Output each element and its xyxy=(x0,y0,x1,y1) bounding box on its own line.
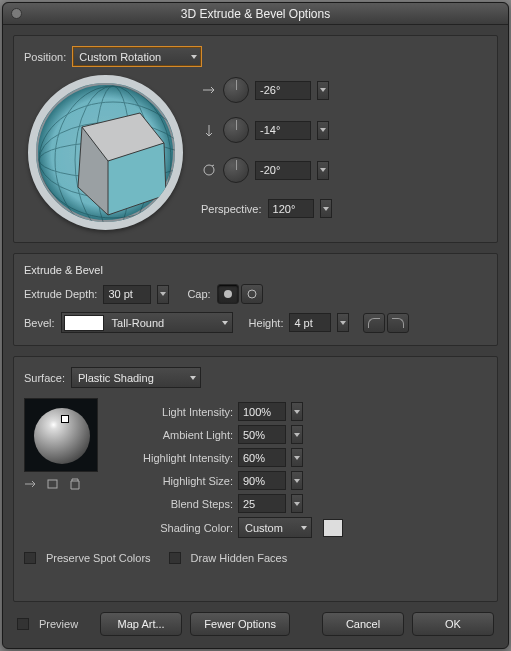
x-rotation-stepper[interactable] xyxy=(317,81,329,100)
position-label: Position: xyxy=(24,51,66,63)
blend-steps-input[interactable]: 25 xyxy=(238,494,286,513)
y-rotation-stepper[interactable] xyxy=(317,121,329,140)
preserve-spot-label: Preserve Spot Colors xyxy=(46,552,151,564)
ok-button[interactable]: OK xyxy=(412,612,494,636)
cap-off-button[interactable] xyxy=(241,284,263,304)
close-button[interactable] xyxy=(11,8,22,19)
light-intensity-stepper[interactable] xyxy=(291,402,303,421)
blend-steps-stepper[interactable] xyxy=(291,494,303,513)
y-axis-icon xyxy=(201,123,217,137)
light-intensity-input[interactable]: 100% xyxy=(238,402,286,421)
bevel-height-input[interactable]: 4 pt xyxy=(289,313,331,332)
bevel-value: Tall-Round xyxy=(112,317,165,329)
rotation-trackball[interactable] xyxy=(28,75,183,230)
titlebar[interactable]: 3D Extrude & Bevel Options xyxy=(3,3,508,25)
ambient-light-label: Ambient Light: xyxy=(118,429,233,441)
shading-color-label: Shading Color: xyxy=(118,522,233,534)
preview-label: Preview xyxy=(39,618,78,630)
light-intensity-label: Light Intensity: xyxy=(118,406,233,418)
cap-solid-icon xyxy=(222,288,234,300)
trackball-cube xyxy=(36,83,183,230)
bevel-combo[interactable]: Tall-Round xyxy=(61,312,233,333)
bevel-label: Bevel: xyxy=(24,317,55,329)
move-light-back-icon[interactable] xyxy=(24,478,38,490)
dialog-footer: Preview Map Art... Fewer Options Cancel … xyxy=(13,612,498,640)
surface-value: Plastic Shading xyxy=(78,372,154,384)
checkbox-icon xyxy=(24,552,36,564)
extrude-depth-stepper[interactable] xyxy=(157,285,169,304)
ambient-light-stepper[interactable] xyxy=(291,425,303,444)
surface-panel: Surface: Plastic Shading xyxy=(13,356,498,602)
new-light-icon[interactable] xyxy=(46,478,60,490)
preview-checkbox[interactable]: Preview xyxy=(17,618,78,630)
perspective-stepper[interactable] xyxy=(320,199,332,218)
bevel-in-button[interactable] xyxy=(387,313,409,333)
cancel-button[interactable]: Cancel xyxy=(322,612,404,636)
preserve-spot-checkbox[interactable]: Preserve Spot Colors xyxy=(24,552,151,564)
highlight-intensity-input[interactable]: 60% xyxy=(238,448,286,467)
position-preset-combo[interactable]: Custom Rotation xyxy=(72,46,202,67)
y-rotation-dial[interactable] xyxy=(223,117,249,143)
cap-toggle xyxy=(217,284,263,304)
fewer-options-button[interactable]: Fewer Options xyxy=(190,612,290,636)
bevel-height-label: Height: xyxy=(249,317,284,329)
svg-point-10 xyxy=(204,165,214,175)
svg-point-12 xyxy=(248,290,256,298)
dialog-title: 3D Extrude & Bevel Options xyxy=(181,7,330,21)
highlight-intensity-label: Highlight Intensity: xyxy=(118,452,233,464)
svg-rect-13 xyxy=(48,480,57,488)
light-preview[interactable] xyxy=(24,398,98,472)
x-axis-icon xyxy=(201,83,217,97)
perspective-input[interactable]: 120° xyxy=(268,199,314,218)
hidden-faces-label: Draw Hidden Faces xyxy=(191,552,288,564)
surface-combo[interactable]: Plastic Shading xyxy=(71,367,201,388)
checkbox-icon xyxy=(169,552,181,564)
x-rotation-input[interactable]: -26° xyxy=(255,81,311,100)
highlight-size-stepper[interactable] xyxy=(291,471,303,490)
cap-label: Cap: xyxy=(187,288,210,300)
highlight-size-label: Highlight Size: xyxy=(118,475,233,487)
map-art-button[interactable]: Map Art... xyxy=(100,612,182,636)
cap-on-button[interactable] xyxy=(217,284,239,304)
ambient-light-input[interactable]: 50% xyxy=(238,425,286,444)
surface-label: Surface: xyxy=(24,372,65,384)
position-panel: Position: Custom Rotation xyxy=(13,35,498,243)
highlight-size-input[interactable]: 90% xyxy=(238,471,286,490)
dialog-3d-extrude-bevel: 3D Extrude & Bevel Options Position: Cus… xyxy=(2,2,509,649)
perspective-label: Perspective: xyxy=(201,203,262,215)
extrude-depth-label: Extrude Depth: xyxy=(24,288,97,300)
z-rotation-stepper[interactable] xyxy=(317,161,329,180)
blend-steps-label: Blend Steps: xyxy=(118,498,233,510)
hidden-faces-checkbox[interactable]: Draw Hidden Faces xyxy=(169,552,288,564)
z-rotation-dial[interactable] xyxy=(223,157,249,183)
shading-color-well[interactable] xyxy=(323,519,343,537)
svg-point-11 xyxy=(224,290,232,298)
position-preset-value: Custom Rotation xyxy=(79,51,161,63)
bevel-out-icon xyxy=(368,318,380,328)
x-rotation-dial[interactable] xyxy=(223,77,249,103)
bevel-preview-swatch xyxy=(64,315,104,331)
extrude-depth-input[interactable]: 30 pt xyxy=(103,285,151,304)
delete-light-icon[interactable] xyxy=(68,478,82,490)
bevel-direction-toggle xyxy=(363,313,409,333)
y-rotation-input[interactable]: -14° xyxy=(255,121,311,140)
extrude-bevel-panel: Extrude & Bevel Extrude Depth: 30 pt Cap… xyxy=(13,253,498,346)
z-rotation-input[interactable]: -20° xyxy=(255,161,311,180)
bevel-height-stepper[interactable] xyxy=(337,313,349,332)
z-axis-icon xyxy=(201,163,217,177)
bevel-in-icon xyxy=(392,318,404,328)
light-handle[interactable] xyxy=(61,415,69,423)
bevel-out-button[interactable] xyxy=(363,313,385,333)
highlight-intensity-stepper[interactable] xyxy=(291,448,303,467)
checkbox-icon xyxy=(17,618,29,630)
cap-hollow-icon xyxy=(246,288,258,300)
shading-color-combo[interactable]: Custom xyxy=(238,517,312,538)
shading-color-value: Custom xyxy=(245,522,283,534)
extrude-section-title: Extrude & Bevel xyxy=(24,264,487,276)
